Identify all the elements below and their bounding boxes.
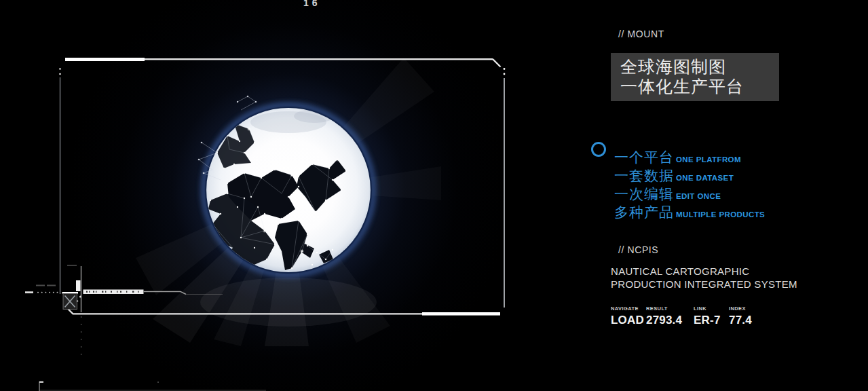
feature-en-label: ONE DATASET — [676, 174, 734, 182]
feature-en-label: MULTIPLE PRODUCTS — [676, 210, 765, 219]
stat-value: ER-7 — [694, 314, 729, 327]
system-full-name: NAUTICAL CARTOGRAPHIC PRODUCTION INTEGRA… — [611, 265, 797, 291]
mount-section-label: // MOUNT — [618, 29, 664, 39]
platform-title-box: 全球海图制图 一体化生产平台 — [611, 53, 779, 101]
feature-zh-label: 一个平台 — [614, 148, 674, 167]
stat-result: RESULT 2793.4 — [646, 305, 694, 327]
feature-item-multiple-products: 多种产品 MULTIPLE PRODUCTS — [614, 203, 765, 221]
stat-label: NAVIGATE — [611, 305, 646, 312]
platform-title-line2: 一体化生产平台 — [620, 77, 779, 96]
feature-en-label: ONE PLATFROM — [676, 155, 741, 164]
stat-label: INDEX — [729, 305, 752, 312]
feature-zh-label: 一次编辑 — [614, 185, 674, 204]
stat-value: LOAD — [611, 314, 646, 327]
frame-number: 16 — [303, 0, 321, 8]
stats-row: NAVIGATE LOAD RESULT 2793.4 LINK ER-7 IN… — [611, 305, 752, 327]
ncpis-section-label: // NCPIS — [618, 244, 658, 255]
system-name-line2: PRODUCTION INTEGRATED SYSTEM — [611, 278, 797, 291]
stat-label: RESULT — [646, 305, 694, 312]
stat-navigate: NAVIGATE LOAD — [611, 305, 646, 327]
feature-item-one-platform: 一个平台 ONE PLATFROM — [614, 148, 765, 166]
feature-list: 一个平台 ONE PLATFROM 一套数据 ONE DATASET 一次编辑 … — [614, 148, 765, 221]
stat-index: INDEX 77.4 — [729, 305, 752, 327]
platform-title-line1: 全球海图制图 — [620, 57, 779, 77]
x-marker-box — [63, 294, 77, 310]
stat-label: LINK — [694, 305, 729, 312]
stat-value: 2793.4 — [646, 314, 694, 327]
presentation-frame: 16 — [0, 0, 868, 391]
system-name-line1: NAUTICAL CARTOGRAPHIC — [611, 265, 797, 278]
bottom-screen-marks — [39, 381, 266, 391]
feature-zh-label: 多种产品 — [614, 203, 674, 222]
feature-item-one-dataset: 一套数据 ONE DATASET — [614, 166, 765, 185]
bullet-ring-icon — [591, 142, 606, 157]
feature-en-label: EDIT ONCE — [676, 192, 721, 200]
feature-item-edit-once: 一次编辑 EDIT ONCE — [614, 185, 765, 203]
stat-value: 77.4 — [729, 314, 752, 327]
stat-link: LINK ER-7 — [694, 305, 729, 327]
feature-zh-label: 一套数据 — [614, 166, 674, 185]
x-marker-icon — [65, 296, 75, 308]
globe-visualization — [132, 34, 445, 346]
